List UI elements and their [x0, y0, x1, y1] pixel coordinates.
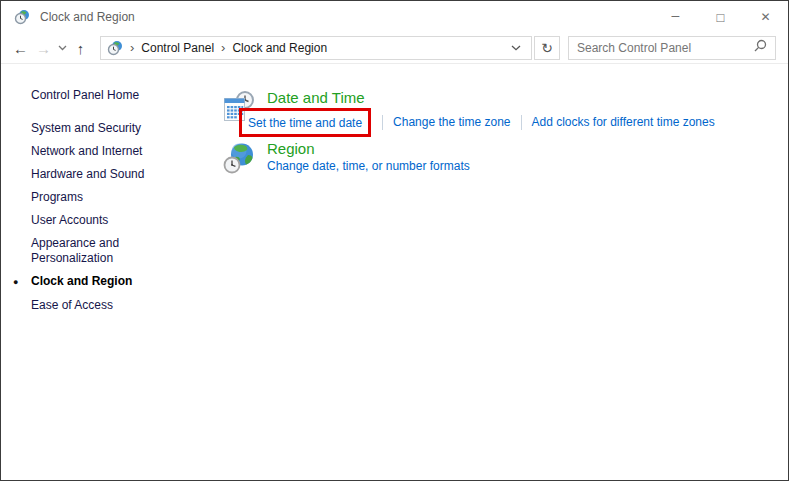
breadcrumb-location-icon[interactable] — [107, 40, 123, 56]
close-button[interactable]: ✕ — [743, 1, 788, 33]
breadcrumb-chevron-icon[interactable]: › — [221, 40, 225, 55]
sidebar-item-system-and-security[interactable]: System and Security — [31, 121, 191, 136]
search-box[interactable] — [568, 36, 776, 60]
task-link-set-time-and-date[interactable]: Set the time and date — [248, 116, 362, 130]
title-bar: Clock and Region – □ ✕ — [1, 1, 788, 33]
breadcrumb-chevron-icon[interactable]: › — [130, 40, 134, 55]
task-link-add-clocks[interactable]: Add clocks for different time zones — [532, 115, 715, 130]
search-icon[interactable] — [753, 39, 767, 57]
sidebar-item-hardware-and-sound[interactable]: Hardware and Sound — [31, 167, 191, 182]
sidebar: Control Panel Home System and Security N… — [1, 64, 223, 481]
address-bar[interactable]: › Control Panel › Clock and Region — [100, 36, 532, 60]
sidebar-item-network-and-internet[interactable]: Network and Internet — [31, 144, 191, 159]
sidebar-item-clock-and-region[interactable]: ● Clock and Region — [31, 274, 191, 289]
task-link-change-formats[interactable]: Change date, time, or number formats — [267, 159, 470, 174]
main-content: Date and Time Set the time and date Chan… — [223, 64, 788, 481]
active-item-bullet-icon: ● — [13, 275, 18, 290]
clock-and-region-icon — [14, 9, 30, 25]
sidebar-item-control-panel-home[interactable]: Control Panel Home — [31, 88, 191, 103]
window-title: Clock and Region — [40, 10, 135, 24]
search-input[interactable] — [577, 41, 753, 55]
navigation-toolbar: ← → ↑ › Control Panel › Clock and Region — [1, 33, 788, 64]
control-panel-window: Clock and Region – □ ✕ ← → ↑ › Control — [0, 0, 789, 481]
breadcrumb-item-clock-and-region[interactable]: Clock and Region — [232, 41, 327, 55]
up-button[interactable]: ↑ — [69, 35, 92, 61]
maximize-button[interactable]: □ — [698, 1, 743, 33]
sidebar-item-appearance-and-personalization[interactable]: Appearance and Personalization — [31, 236, 191, 266]
highlight-box: Set the time and date — [239, 108, 371, 137]
address-dropdown-icon[interactable] — [507, 45, 525, 51]
back-button[interactable]: ← — [9, 35, 32, 61]
refresh-button[interactable]: ↻ — [534, 36, 560, 60]
sidebar-item-programs[interactable]: Programs — [31, 190, 191, 205]
breadcrumb-item-control-panel[interactable]: Control Panel — [141, 41, 214, 55]
section-date-and-time: Date and Time Set the time and date Chan… — [223, 89, 788, 137]
history-chevron-icon[interactable] — [55, 35, 69, 61]
forward-button[interactable]: → — [32, 35, 55, 61]
task-link-change-time-zone[interactable]: Change the time zone — [393, 115, 510, 130]
sidebar-item-user-accounts[interactable]: User Accounts — [31, 213, 191, 228]
section-title-region[interactable]: Region — [267, 140, 470, 158]
sidebar-item-label: Clock and Region — [31, 274, 132, 288]
region-icon[interactable] — [223, 142, 255, 174]
section-title-date-and-time[interactable]: Date and Time — [267, 89, 715, 107]
link-separator — [382, 115, 383, 130]
sidebar-item-ease-of-access[interactable]: Ease of Access — [31, 298, 191, 313]
section-region: Region Change date, time, or number form… — [223, 140, 788, 174]
link-separator — [521, 115, 522, 130]
minimize-button[interactable]: – — [653, 1, 698, 33]
